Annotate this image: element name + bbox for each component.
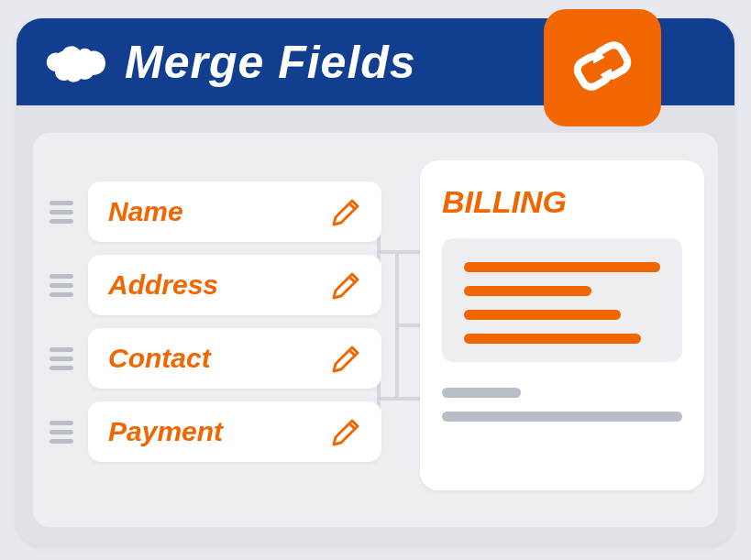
preview-card: BILLING (420, 160, 704, 490)
field-label: Payment (108, 416, 223, 447)
fields-column: Name Address Contact (33, 131, 381, 520)
preview-line (464, 262, 660, 272)
pencil-icon[interactable] (332, 270, 361, 300)
field-row: Name (50, 181, 381, 242)
drag-handle-icon[interactable] (50, 201, 73, 224)
card-header: Merge Fields (17, 18, 734, 105)
card-body: Name Address Contact (17, 105, 734, 545)
field-payment[interactable]: Payment (88, 401, 381, 462)
field-label: Address (108, 269, 218, 301)
field-address[interactable]: Address (88, 255, 381, 315)
field-row: Address (50, 255, 381, 315)
field-contact[interactable]: Contact (88, 328, 381, 389)
preview-footer-line (442, 412, 682, 422)
drag-handle-icon[interactable] (50, 274, 73, 297)
drag-handle-icon[interactable] (50, 421, 73, 444)
preview-content-block (442, 238, 682, 362)
preview-line (464, 310, 621, 320)
preview-title: BILLING (442, 184, 682, 220)
link-icon (567, 30, 638, 105)
field-row: Payment (50, 401, 381, 462)
field-row: Contact (50, 328, 381, 389)
drag-handle-icon[interactable] (50, 347, 73, 370)
field-name[interactable]: Name (88, 181, 381, 242)
preview-footer-line (442, 388, 521, 398)
merge-fields-card: Merge Fields (17, 18, 734, 545)
pencil-icon[interactable] (332, 197, 361, 226)
preview-line (464, 286, 591, 296)
pencil-icon[interactable] (332, 344, 361, 373)
field-label: Name (108, 196, 183, 227)
preview-line (464, 334, 641, 344)
pencil-icon[interactable] (332, 417, 361, 446)
salesforce-cloud-icon (44, 40, 108, 84)
field-label: Contact (108, 343, 211, 374)
page-title: Merge Fields (125, 36, 416, 89)
